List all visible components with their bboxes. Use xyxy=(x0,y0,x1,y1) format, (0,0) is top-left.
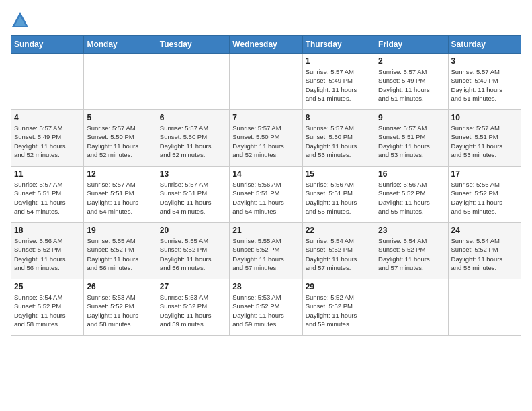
calendar-cell: 6Sunrise: 5:57 AM Sunset: 5:50 PM Daylig… xyxy=(157,110,229,167)
calendar-cell: 1Sunrise: 5:57 AM Sunset: 5:49 PM Daylig… xyxy=(302,54,375,110)
day-info: Sunrise: 5:53 AM Sunset: 5:52 PM Dayligh… xyxy=(160,293,226,328)
calendar-week-row: 18Sunrise: 5:56 AM Sunset: 5:52 PM Dayli… xyxy=(11,223,521,279)
day-info: Sunrise: 5:57 AM Sunset: 5:50 PM Dayligh… xyxy=(160,124,226,159)
day-info: Sunrise: 5:56 AM Sunset: 5:52 PM Dayligh… xyxy=(14,236,81,272)
day-info: Sunrise: 5:56 AM Sunset: 5:52 PM Dayligh… xyxy=(451,180,518,216)
day-info: Sunrise: 5:57 AM Sunset: 5:49 PM Dayligh… xyxy=(378,67,445,103)
day-info: Sunrise: 5:54 AM Sunset: 5:52 PM Dayligh… xyxy=(451,236,518,272)
calendar-cell: 2Sunrise: 5:57 AM Sunset: 5:49 PM Daylig… xyxy=(375,54,448,110)
calendar-body: 1Sunrise: 5:57 AM Sunset: 5:49 PM Daylig… xyxy=(11,54,521,336)
calendar-cell: 11Sunrise: 5:57 AM Sunset: 5:51 PM Dayli… xyxy=(11,167,84,223)
day-number: 14 xyxy=(232,169,299,179)
day-number: 12 xyxy=(87,169,153,179)
calendar-cell: 12Sunrise: 5:57 AM Sunset: 5:51 PM Dayli… xyxy=(84,167,157,223)
day-number: 4 xyxy=(14,113,81,122)
calendar-cell: 17Sunrise: 5:56 AM Sunset: 5:52 PM Dayli… xyxy=(448,167,521,223)
calendar-week-row: 4Sunrise: 5:57 AM Sunset: 5:49 PM Daylig… xyxy=(11,110,521,167)
calendar-cell: 18Sunrise: 5:56 AM Sunset: 5:52 PM Dayli… xyxy=(11,223,84,279)
calendar-cell xyxy=(230,54,302,110)
calendar-cell: 21Sunrise: 5:55 AM Sunset: 5:52 PM Dayli… xyxy=(230,223,302,279)
day-number: 6 xyxy=(160,113,226,122)
column-header-monday: Monday xyxy=(84,36,157,54)
calendar-cell: 23Sunrise: 5:54 AM Sunset: 5:52 PM Dayli… xyxy=(375,223,448,279)
day-info: Sunrise: 5:57 AM Sunset: 5:49 PM Dayligh… xyxy=(451,67,518,103)
day-number: 2 xyxy=(378,56,445,66)
calendar-cell: 28Sunrise: 5:53 AM Sunset: 5:52 PM Dayli… xyxy=(230,279,302,336)
day-info: Sunrise: 5:54 AM Sunset: 5:52 PM Dayligh… xyxy=(306,236,372,272)
day-number: 16 xyxy=(378,169,445,179)
day-number: 26 xyxy=(87,282,153,291)
day-info: Sunrise: 5:53 AM Sunset: 5:52 PM Dayligh… xyxy=(87,293,153,328)
day-number: 3 xyxy=(451,56,518,66)
day-info: Sunrise: 5:57 AM Sunset: 5:50 PM Dayligh… xyxy=(306,124,372,159)
day-number: 25 xyxy=(14,282,81,291)
calendar-cell: 4Sunrise: 5:57 AM Sunset: 5:49 PM Daylig… xyxy=(11,110,84,167)
day-number: 27 xyxy=(160,282,226,291)
day-number: 5 xyxy=(87,113,153,122)
calendar-cell: 8Sunrise: 5:57 AM Sunset: 5:50 PM Daylig… xyxy=(302,110,375,167)
calendar-cell xyxy=(84,54,157,110)
calendar-week-row: 11Sunrise: 5:57 AM Sunset: 5:51 PM Dayli… xyxy=(11,167,521,223)
day-number: 11 xyxy=(14,169,81,179)
day-info: Sunrise: 5:57 AM Sunset: 5:50 PM Dayligh… xyxy=(87,124,153,159)
calendar-cell: 3Sunrise: 5:57 AM Sunset: 5:49 PM Daylig… xyxy=(448,54,521,110)
day-info: Sunrise: 5:54 AM Sunset: 5:52 PM Dayligh… xyxy=(14,293,81,328)
calendar-cell: 15Sunrise: 5:56 AM Sunset: 5:51 PM Dayli… xyxy=(302,167,375,223)
calendar-cell: 19Sunrise: 5:55 AM Sunset: 5:52 PM Dayli… xyxy=(84,223,157,279)
day-number: 1 xyxy=(306,56,372,66)
calendar-cell: 10Sunrise: 5:57 AM Sunset: 5:51 PM Dayli… xyxy=(448,110,521,167)
day-info: Sunrise: 5:57 AM Sunset: 5:49 PM Dayligh… xyxy=(14,124,81,159)
calendar-cell xyxy=(375,279,448,336)
day-number: 7 xyxy=(232,113,299,122)
column-header-saturday: Saturday xyxy=(448,36,521,54)
day-info: Sunrise: 5:52 AM Sunset: 5:52 PM Dayligh… xyxy=(306,293,372,328)
day-info: Sunrise: 5:57 AM Sunset: 5:50 PM Dayligh… xyxy=(232,124,299,159)
calendar-cell xyxy=(448,279,521,336)
day-number: 10 xyxy=(451,113,518,122)
calendar-cell: 24Sunrise: 5:54 AM Sunset: 5:52 PM Dayli… xyxy=(448,223,521,279)
calendar-table: SundayMondayTuesdayWednesdayThursdayFrid… xyxy=(11,35,521,336)
calendar-cell: 22Sunrise: 5:54 AM Sunset: 5:52 PM Dayli… xyxy=(302,223,375,279)
column-header-sunday: Sunday xyxy=(11,36,84,54)
day-info: Sunrise: 5:55 AM Sunset: 5:52 PM Dayligh… xyxy=(160,236,226,272)
day-number: 20 xyxy=(160,226,226,235)
day-info: Sunrise: 5:57 AM Sunset: 5:51 PM Dayligh… xyxy=(87,180,153,216)
day-number: 24 xyxy=(451,226,518,235)
column-header-wednesday: Wednesday xyxy=(230,36,302,54)
day-number: 29 xyxy=(306,282,372,291)
calendar-week-row: 1Sunrise: 5:57 AM Sunset: 5:49 PM Daylig… xyxy=(11,54,521,110)
column-header-friday: Friday xyxy=(375,36,448,54)
logo xyxy=(11,11,32,30)
day-info: Sunrise: 5:55 AM Sunset: 5:52 PM Dayligh… xyxy=(87,236,153,272)
calendar-cell: 16Sunrise: 5:56 AM Sunset: 5:52 PM Dayli… xyxy=(375,167,448,223)
day-info: Sunrise: 5:56 AM Sunset: 5:52 PM Dayligh… xyxy=(378,180,445,216)
calendar-cell: 25Sunrise: 5:54 AM Sunset: 5:52 PM Dayli… xyxy=(11,279,84,336)
calendar-cell: 27Sunrise: 5:53 AM Sunset: 5:52 PM Dayli… xyxy=(157,279,229,336)
calendar-cell: 13Sunrise: 5:57 AM Sunset: 5:51 PM Dayli… xyxy=(157,167,229,223)
calendar-cell: 14Sunrise: 5:56 AM Sunset: 5:51 PM Dayli… xyxy=(230,167,302,223)
day-number: 28 xyxy=(232,282,299,291)
day-number: 18 xyxy=(14,226,81,235)
calendar-cell xyxy=(157,54,229,110)
day-number: 17 xyxy=(451,169,518,179)
column-header-tuesday: Tuesday xyxy=(157,36,229,54)
day-number: 19 xyxy=(87,226,153,235)
day-number: 15 xyxy=(306,169,372,179)
day-info: Sunrise: 5:57 AM Sunset: 5:51 PM Dayligh… xyxy=(160,180,226,216)
day-info: Sunrise: 5:57 AM Sunset: 5:49 PM Dayligh… xyxy=(306,67,372,103)
calendar-cell: 20Sunrise: 5:55 AM Sunset: 5:52 PM Dayli… xyxy=(157,223,229,279)
calendar-week-row: 25Sunrise: 5:54 AM Sunset: 5:52 PM Dayli… xyxy=(11,279,521,336)
day-number: 9 xyxy=(378,113,445,122)
calendar-cell: 5Sunrise: 5:57 AM Sunset: 5:50 PM Daylig… xyxy=(84,110,157,167)
day-info: Sunrise: 5:57 AM Sunset: 5:51 PM Dayligh… xyxy=(14,180,81,216)
calendar-cell: 7Sunrise: 5:57 AM Sunset: 5:50 PM Daylig… xyxy=(230,110,302,167)
day-number: 21 xyxy=(232,226,299,235)
day-info: Sunrise: 5:56 AM Sunset: 5:51 PM Dayligh… xyxy=(232,180,299,216)
day-number: 22 xyxy=(306,226,372,235)
calendar-cell: 26Sunrise: 5:53 AM Sunset: 5:52 PM Dayli… xyxy=(84,279,157,336)
day-number: 23 xyxy=(378,226,445,235)
day-info: Sunrise: 5:56 AM Sunset: 5:51 PM Dayligh… xyxy=(306,180,372,216)
day-info: Sunrise: 5:57 AM Sunset: 5:51 PM Dayligh… xyxy=(451,124,518,159)
calendar-cell: 9Sunrise: 5:57 AM Sunset: 5:51 PM Daylig… xyxy=(375,110,448,167)
page-header xyxy=(11,11,521,30)
